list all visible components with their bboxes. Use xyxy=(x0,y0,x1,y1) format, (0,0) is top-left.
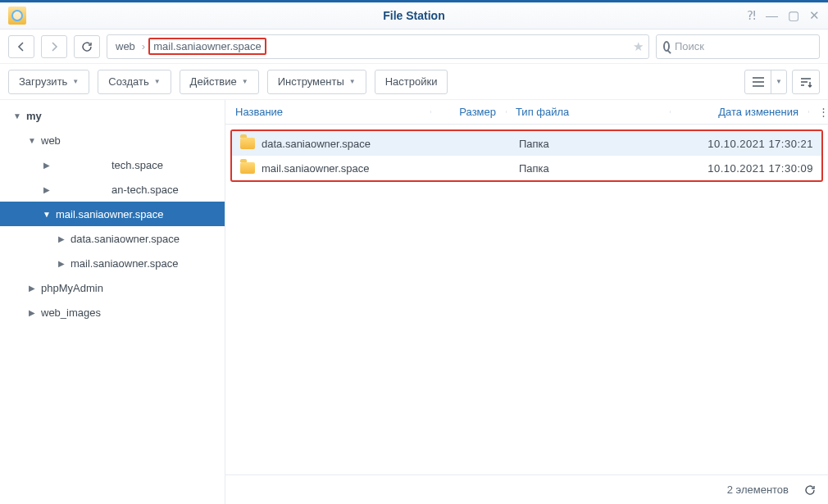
caret-down-icon: ▼ xyxy=(242,78,248,85)
app-title: File Station xyxy=(0,9,828,22)
folder-icon xyxy=(240,162,255,174)
triangle-right-icon[interactable]: ▶ xyxy=(56,234,67,243)
upload-label: Загрузить xyxy=(19,75,67,88)
tree-item-label: phpMyAdmin xyxy=(41,282,103,294)
item-count-label: 2 элементов xyxy=(727,484,789,496)
content: ▼my▼web▶tech.space▶an-tech.space▼mail.sa… xyxy=(0,100,828,504)
column-headers: Название Размер Тип файла Дата изменения… xyxy=(225,100,828,125)
tree-item-data-saniaowner-space[interactable]: ▶data.saniaowner.space xyxy=(0,226,225,251)
tree-item-phpmyadmin[interactable]: ▶phpMyAdmin xyxy=(0,275,225,300)
sort-toggle-button[interactable] xyxy=(792,70,820,94)
sidebar-tree[interactable]: ▼my▼web▶tech.space▶an-tech.space▼mail.sa… xyxy=(0,100,225,504)
chevron-right-icon xyxy=(50,42,58,52)
nav-refresh-button[interactable] xyxy=(74,35,100,58)
triangle-down-icon[interactable]: ▼ xyxy=(41,210,52,219)
tree-item-web-images[interactable]: ▶web_images xyxy=(0,300,225,325)
create-label: Создать xyxy=(108,75,148,88)
tree-item-label: an-tech.space xyxy=(111,184,179,196)
tree-item-label: my xyxy=(26,110,42,122)
path-segment-1[interactable]: mail.saniaowner.space xyxy=(148,38,266,55)
file-name: mail.saniaowner.space xyxy=(262,162,370,175)
caret-down-icon: ▼ xyxy=(154,78,161,85)
window-controls: ⁈ — ▢ ✕ xyxy=(747,8,820,23)
nav-forward-button[interactable] xyxy=(41,35,67,58)
triangle-down-icon[interactable]: ▼ xyxy=(26,136,38,145)
statusbar-refresh-button[interactable] xyxy=(803,484,817,497)
caret-down-icon[interactable]: ▼ xyxy=(771,70,786,93)
window-minimize-icon[interactable]: — xyxy=(766,8,778,23)
create-button[interactable]: Создать▼ xyxy=(98,70,171,94)
window-pin-icon[interactable]: ⁈ xyxy=(747,8,756,23)
table-row[interactable]: data.saniaowner.spaceПапка10.10.2021 17:… xyxy=(232,131,821,156)
folder-icon xyxy=(240,138,255,149)
list-view-icon[interactable] xyxy=(745,70,771,93)
statusbar: 2 элементов xyxy=(225,474,828,504)
path-segment-0[interactable]: web xyxy=(112,39,139,54)
file-list-panel: Название Размер Тип файла Дата изменения… xyxy=(225,100,828,504)
refresh-icon xyxy=(81,41,93,52)
file-type: Папка xyxy=(511,138,675,150)
col-name[interactable]: Название xyxy=(225,106,430,118)
window-close-icon[interactable]: ✕ xyxy=(809,8,820,23)
file-name: data.saniaowner.space xyxy=(262,138,371,150)
file-rows-highlight: data.saniaowner.spaceПапка10.10.2021 17:… xyxy=(230,129,823,182)
tree-item-mail-saniaowner-space[interactable]: ▼mail.saniaowner.space xyxy=(0,202,225,226)
file-date: 10.10.2021 17:30:09 xyxy=(675,162,821,175)
refresh-icon xyxy=(803,484,817,497)
settings-label: Настройки xyxy=(385,75,438,88)
col-date[interactable]: Дата изменения xyxy=(670,106,808,118)
action-button[interactable]: Действие▼ xyxy=(180,70,259,94)
file-type: Папка xyxy=(511,162,675,175)
col-type[interactable]: Тип файла xyxy=(506,106,670,118)
file-date: 10.10.2021 17:30:21 xyxy=(675,138,821,150)
search-input[interactable] xyxy=(675,40,812,52)
table-row[interactable]: mail.saniaowner.spaceПапка10.10.2021 17:… xyxy=(232,156,821,180)
action-label: Действие xyxy=(190,75,237,88)
tree-item-label: data.saniaowner.space xyxy=(71,233,180,245)
tools-button[interactable]: Инструменты▼ xyxy=(267,70,366,94)
nav-back-button[interactable] xyxy=(8,35,34,58)
titlebar: File Station ⁈ — ▢ ✕ xyxy=(0,0,828,30)
caret-down-icon: ▼ xyxy=(349,78,356,85)
search-icon xyxy=(663,41,670,52)
triangle-down-icon[interactable]: ▼ xyxy=(11,111,23,120)
settings-button[interactable]: Настройки xyxy=(375,70,448,94)
tree-item-label: mail.saniaowner.space xyxy=(71,257,179,270)
tree-item-label: tech.space xyxy=(111,159,163,171)
triangle-right-icon[interactable]: ▶ xyxy=(26,308,38,317)
tree-item-web[interactable]: ▼web xyxy=(0,128,225,152)
triangle-right-icon[interactable]: ▶ xyxy=(41,185,52,194)
chevron-left-icon xyxy=(17,42,25,52)
path-sep-icon: › xyxy=(142,40,145,52)
tree-item-my[interactable]: ▼my xyxy=(0,103,225,128)
triangle-right-icon[interactable]: ▶ xyxy=(41,161,52,170)
tree-item-tech-space[interactable]: ▶tech.space xyxy=(0,152,225,177)
triangle-right-icon[interactable]: ▶ xyxy=(26,284,38,293)
window-maximize-icon[interactable]: ▢ xyxy=(788,8,799,23)
col-size[interactable]: Размер xyxy=(430,106,506,118)
tree-item-label: web xyxy=(41,134,61,147)
caret-down-icon: ▼ xyxy=(72,78,79,85)
tools-label: Инструменты xyxy=(278,75,344,88)
navbar: web › mail.saniaowner.space ★ xyxy=(0,30,828,64)
view-mode-button[interactable]: ▼ xyxy=(744,70,787,94)
app-icon xyxy=(8,7,26,25)
search-box[interactable] xyxy=(656,34,820,59)
tree-item-mail-saniaowner-space[interactable]: ▶mail.saniaowner.space xyxy=(0,251,225,275)
favorite-star-icon[interactable]: ★ xyxy=(633,39,644,54)
col-more-icon[interactable]: ⋮ xyxy=(808,106,828,118)
tree-item-an-tech-space[interactable]: ▶an-tech.space xyxy=(0,177,225,202)
triangle-right-icon[interactable]: ▶ xyxy=(56,259,67,268)
sort-icon xyxy=(799,76,812,88)
tree-item-label: mail.saniaowner.space xyxy=(56,208,164,220)
upload-button[interactable]: Загрузить▼ xyxy=(8,70,89,94)
toolbar: Загрузить▼ Создать▼ Действие▼ Инструмент… xyxy=(0,64,828,100)
path-bar[interactable]: web › mail.saniaowner.space ★ xyxy=(107,34,649,59)
tree-item-label: web_images xyxy=(41,306,101,319)
